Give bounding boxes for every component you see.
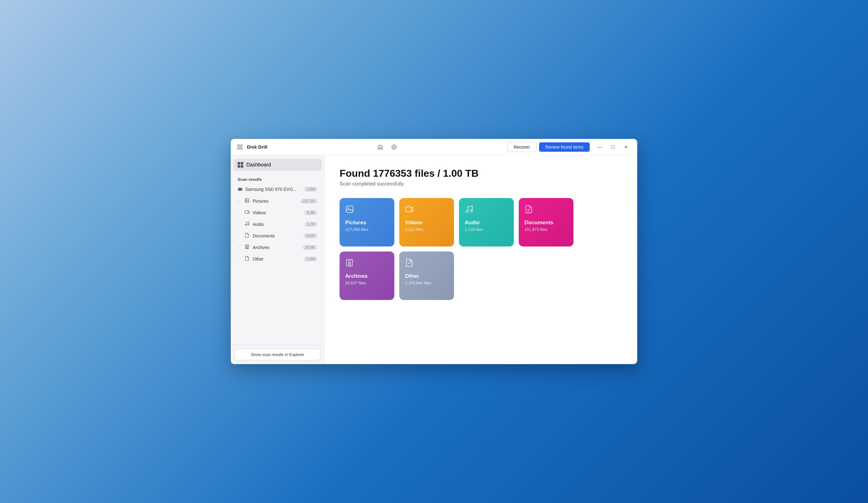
show-explorer-button[interactable]: Show scan results in Explorer	[235, 349, 320, 360]
pictures-icon	[244, 198, 250, 204]
documents-card-name: Documents	[524, 219, 568, 226]
category-card-archives[interactable]: Archives 20,637 files	[340, 252, 394, 300]
category-card-videos[interactable]: Videos 5,313 files	[399, 198, 454, 246]
other-card-count: 1,379,644 files	[405, 280, 448, 285]
audio-icon	[244, 221, 250, 227]
pictures-card-icon	[345, 205, 389, 216]
sidebar-item-pictures[interactable]: › Pictures 217.1K	[233, 195, 322, 206]
svg-rect-15	[405, 207, 411, 212]
review-button[interactable]: Review found items	[539, 142, 590, 152]
sidebar-item-documents[interactable]: › Documents 152K	[233, 230, 322, 241]
svg-rect-23	[349, 264, 351, 265]
sidebar-videos-label: Videos	[252, 210, 302, 215]
category-card-pictures[interactable]: Pictures 217,058 files	[340, 198, 394, 246]
documents-icon	[244, 233, 250, 239]
app-title: Disk Drill	[247, 144, 267, 150]
archives-card-icon	[345, 258, 389, 269]
title-bar: Disk Drill Recover Review found items	[231, 139, 637, 155]
svg-point-7	[245, 224, 246, 226]
videos-card-name: Videos	[405, 219, 448, 226]
chevron-icon: ›	[238, 257, 241, 260]
audio-card-name: Audio	[465, 219, 508, 226]
archives-card-name: Archives	[345, 273, 389, 279]
main-content: Found 1776353 files / 1.00 TB Scan compl…	[324, 155, 637, 364]
title-bar-left: Disk Drill	[236, 144, 368, 151]
recover-button[interactable]: Recover	[507, 142, 537, 152]
drive-count: 1.8M	[304, 187, 317, 192]
chevron-icon: ›	[238, 246, 241, 249]
archives-icon	[244, 244, 250, 250]
sidebar-other-count: 1.4M	[304, 257, 317, 261]
sidebar: Dashboard Scan results Samsung SSD 970 E…	[231, 155, 324, 364]
videos-icon	[244, 209, 250, 216]
sidebar-item-archives[interactable]: › Archives 20.6K	[233, 242, 322, 253]
chevron-icon: ›	[238, 211, 241, 214]
title-bar-nav	[368, 141, 507, 153]
sidebar-audio-label: Audio	[252, 222, 302, 227]
category-grid: Pictures 217,058 files Videos 5,313 file…	[340, 198, 622, 300]
sidebar-content: Dashboard Scan results Samsung SSD 970 E…	[231, 155, 324, 345]
sidebar-audio-count: 1.7K	[304, 222, 317, 227]
svg-point-16	[466, 211, 468, 213]
sidebar-other-label: Other	[252, 257, 301, 261]
svg-point-14	[348, 207, 349, 209]
sidebar-footer: Show scan results in Explorer	[231, 345, 324, 364]
videos-card-count: 5,313 files	[405, 227, 448, 232]
scan-subtitle: Scan completed successfully	[340, 181, 622, 187]
category-card-audio[interactable]: Audio 1,728 files	[459, 198, 514, 246]
sidebar-item-videos[interactable]: › Videos 5.3K	[233, 207, 322, 218]
svg-point-0	[392, 145, 396, 149]
chevron-icon: ›	[238, 199, 241, 203]
videos-card-icon	[405, 205, 448, 216]
svg-point-8	[248, 224, 249, 225]
sidebar-drive[interactable]: Samsung SSD 970 EVO... 1.8M	[233, 184, 322, 194]
documents-card-count: 151,973 files	[524, 227, 568, 232]
svg-point-5	[246, 199, 247, 200]
pictures-card-name: Pictures	[345, 219, 389, 226]
maximize-button[interactable]: ☐	[607, 141, 619, 153]
minimize-button[interactable]: —	[593, 141, 606, 153]
chevron-icon: ›	[238, 223, 241, 226]
audio-card-icon	[465, 205, 508, 216]
sidebar-pictures-count: 217.1K	[300, 199, 317, 204]
other-card-icon	[405, 258, 448, 269]
main-layout: Dashboard Scan results Samsung SSD 970 E…	[231, 155, 637, 364]
sidebar-pictures-label: Pictures	[252, 199, 298, 204]
svg-rect-6	[245, 211, 248, 213]
scan-title: Found 1776353 files / 1.00 TB	[340, 168, 622, 179]
menu-button[interactable]	[236, 144, 244, 151]
sidebar-item-other[interactable]: › Other 1.4M	[233, 253, 322, 264]
app-window: Disk Drill Recover Review found items	[231, 139, 637, 364]
svg-rect-13	[347, 206, 353, 213]
category-card-other[interactable]: Other 1,379,644 files	[399, 252, 454, 300]
dashboard-label: Dashboard	[246, 162, 271, 168]
archives-card-count: 20,637 files	[345, 280, 389, 285]
scan-results-title: Scan results	[233, 176, 322, 184]
title-bar-actions: Recover Review found items	[507, 142, 590, 152]
svg-point-17	[470, 209, 473, 212]
sidebar-items-list: › Pictures 217.1K › Videos 5.3K › Audio …	[233, 195, 322, 264]
audio-card-count: 1,728 files	[465, 227, 508, 232]
close-button[interactable]: ✕	[620, 141, 632, 153]
other-card-name: Other	[405, 273, 448, 279]
sidebar-documents-label: Documents	[252, 233, 301, 238]
category-card-documents[interactable]: Documents 151,973 files	[519, 198, 574, 246]
sidebar-documents-count: 152K	[303, 233, 317, 238]
drive-icon	[238, 187, 242, 192]
other-icon	[244, 256, 250, 262]
check-button[interactable]	[388, 141, 400, 153]
window-controls: — ☐ ✕	[593, 141, 632, 153]
svg-point-2	[241, 189, 241, 189]
svg-rect-12	[246, 247, 248, 248]
sidebar-archives-label: Archives	[252, 245, 300, 250]
sidebar-archives-count: 20.6K	[303, 245, 317, 250]
documents-card-icon	[524, 205, 568, 216]
pictures-card-count: 217,058 files	[345, 227, 389, 232]
home-button[interactable]	[375, 141, 386, 153]
dashboard-icon	[238, 162, 243, 168]
drive-label: Samsung SSD 970 EVO...	[245, 187, 301, 192]
sidebar-videos-count: 5.3K	[304, 210, 317, 215]
sidebar-item-audio[interactable]: › Audio 1.7K	[233, 219, 322, 229]
chevron-icon: ›	[238, 234, 241, 237]
sidebar-item-dashboard[interactable]: Dashboard	[233, 159, 322, 171]
